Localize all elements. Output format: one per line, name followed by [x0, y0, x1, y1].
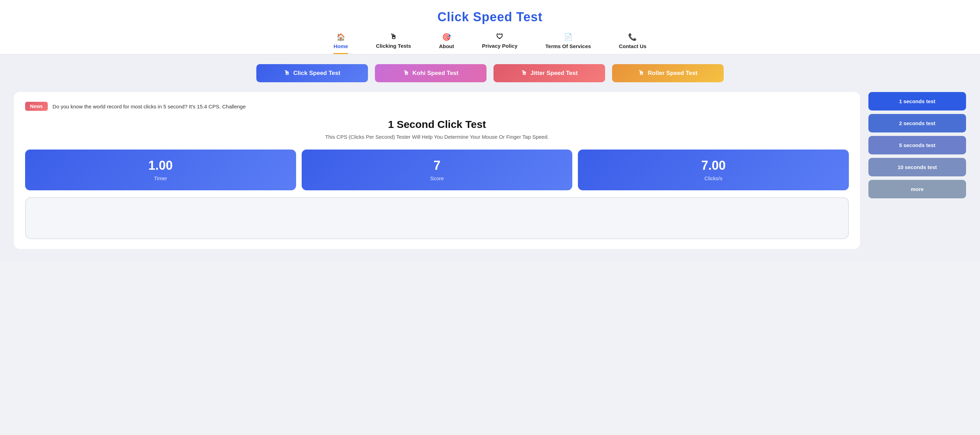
- news-badge: News: [25, 102, 48, 111]
- btn-5-seconds-test-label: 5 seconds test: [899, 142, 935, 148]
- target-icon: 🎯: [442, 33, 451, 41]
- main-content: News Do you know the world record for mo…: [0, 92, 980, 263]
- clicks-per-second-label: Clicks/s: [584, 175, 843, 181]
- shield-icon: 🛡: [496, 33, 503, 41]
- btn-more[interactable]: more: [869, 180, 966, 198]
- nav-label-about: About: [439, 43, 454, 49]
- nav-item-terms-of-services[interactable]: 📄 Terms Of Services: [546, 33, 591, 54]
- site-header: Click Speed Test 🏠 Home 🖱 Clicking Tests…: [0, 0, 980, 54]
- nav-label-terms-of-services: Terms Of Services: [546, 43, 591, 49]
- timer-label: Timer: [31, 175, 291, 181]
- btn-2-seconds-test-label: 2 seconds test: [899, 120, 935, 126]
- btn-2-seconds-test[interactable]: 2 seconds test: [869, 114, 966, 132]
- home-icon: 🏠: [337, 33, 345, 41]
- stats-row: 1.00 Timer 7 Score 7.00 Clicks/s: [25, 149, 849, 190]
- right-sidebar: 1 seconds test 2 seconds test 5 seconds …: [869, 92, 966, 249]
- news-banner: News Do you know the world record for mo…: [25, 102, 849, 111]
- nav-item-clicking-tests[interactable]: 🖱 Clicking Tests: [376, 33, 411, 54]
- jitter-speed-test-mouse-icon: 🖱: [521, 70, 527, 77]
- score-label: Score: [307, 175, 567, 181]
- nav-item-about[interactable]: 🎯 About: [439, 33, 454, 54]
- test-title: 1 Second Click Test: [25, 119, 849, 130]
- click-speed-test-mouse-icon: 🖱: [284, 70, 290, 77]
- btn-1-seconds-test[interactable]: 1 seconds test: [869, 92, 966, 111]
- score-card: 7 Score: [302, 149, 573, 190]
- btn-10-seconds-test-label: 10 seconds test: [898, 164, 937, 170]
- btn-5-seconds-test[interactable]: 5 seconds test: [869, 136, 966, 154]
- mouse-icon: 🖱: [390, 33, 397, 41]
- clicks-per-second-value: 7.00: [584, 159, 843, 173]
- score-value: 7: [307, 159, 567, 173]
- btn-10-seconds-test[interactable]: 10 seconds test: [869, 158, 966, 176]
- nav-item-home[interactable]: 🏠 Home: [333, 33, 348, 54]
- main-nav: 🏠 Home 🖱 Clicking Tests 🎯 About 🛡 Privac…: [0, 33, 980, 54]
- roller-speed-test-button[interactable]: 🖱 Roller Speed Test: [612, 64, 724, 82]
- nav-item-privacy-policy[interactable]: 🛡 Privacy Policy: [482, 33, 517, 54]
- nav-label-home: Home: [333, 43, 348, 49]
- phone-icon: 📞: [628, 33, 637, 41]
- click-area[interactable]: [25, 197, 849, 239]
- kohi-speed-test-button[interactable]: 🖱 Kohi Speed Test: [375, 64, 487, 82]
- btn-1-seconds-test-label: 1 seconds test: [899, 98, 935, 104]
- site-title: Click Speed Test: [0, 10, 980, 24]
- center-panel: News Do you know the world record for mo…: [14, 92, 860, 249]
- document-icon: 📄: [564, 33, 573, 41]
- roller-speed-test-label: Roller Speed Test: [648, 70, 697, 77]
- timer-card: 1.00 Timer: [25, 149, 296, 190]
- nav-label-privacy-policy: Privacy Policy: [482, 43, 517, 49]
- timer-value: 1.00: [31, 159, 291, 173]
- kohi-speed-test-mouse-icon: 🖱: [403, 70, 409, 77]
- news-text: Do you know the world record for most cl…: [52, 103, 246, 110]
- click-speed-test-label: Click Speed Test: [293, 70, 340, 77]
- clicks-per-second-card: 7.00 Clicks/s: [578, 149, 849, 190]
- nav-item-contact-us[interactable]: 📞 Contact Us: [619, 33, 646, 54]
- banner-row: 🖱 Click Speed Test 🖱 Kohi Speed Test 🖱 J…: [0, 54, 980, 92]
- click-speed-test-button[interactable]: 🖱 Click Speed Test: [256, 64, 368, 82]
- test-subtitle: This CPS (Clicks Per Second) Tester Will…: [25, 134, 849, 140]
- nav-label-clicking-tests: Clicking Tests: [376, 43, 411, 49]
- btn-more-label: more: [911, 186, 924, 192]
- roller-speed-test-mouse-icon: 🖱: [638, 70, 644, 77]
- jitter-speed-test-label: Jitter Speed Test: [530, 70, 578, 77]
- jitter-speed-test-button[interactable]: 🖱 Jitter Speed Test: [493, 64, 605, 82]
- nav-label-contact-us: Contact Us: [619, 43, 646, 49]
- kohi-speed-test-label: Kohi Speed Test: [412, 70, 458, 77]
